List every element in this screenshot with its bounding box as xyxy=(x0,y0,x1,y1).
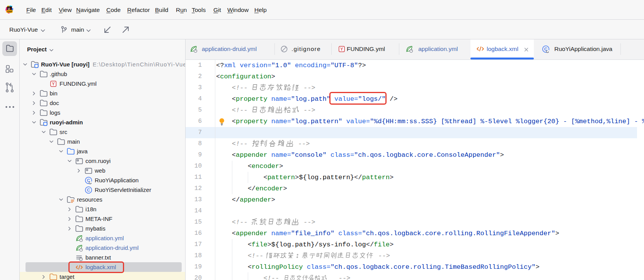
svg-text:IJ: IJ xyxy=(8,7,10,10)
svg-text:EAP: EAP xyxy=(7,10,12,13)
